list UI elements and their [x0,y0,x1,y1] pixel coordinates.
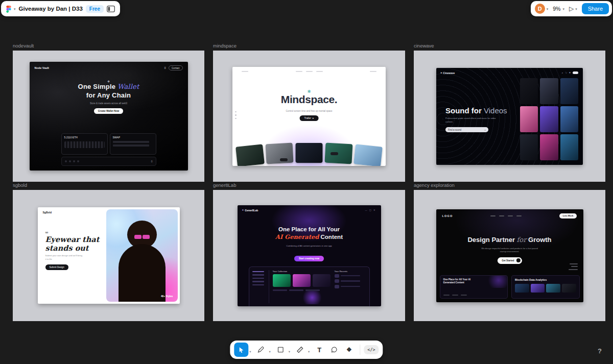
help-button[interactable]: ? [598,347,602,355]
placeholder-bar [341,280,360,282]
dashboard-sidebar [252,270,269,303]
partner-logo-placeholder [452,295,458,296]
zoom-level: 9% [553,6,560,12]
analytics-thumb [515,284,529,293]
chevron-down-icon: ▾ [562,7,564,11]
hero-heading-accent: Videos [484,106,507,115]
hero-heading-line1: One Place for All Your [238,226,381,234]
search-icon: ⌕ [484,129,486,131]
comment-bubble-icon [331,346,338,353]
chevron-down-icon[interactable]: ▾ [308,350,310,354]
site-brand: LOGO [442,214,453,217]
agency-screenshot: LOGO Lets Work Design Partner for Growth… [436,209,583,302]
frame-label-mindspace[interactable]: mindspace [213,43,237,48]
site-navbar: ✦ Gener8Lab — ▢ ✕ [242,209,376,212]
balance-value: 5.2110 ETH [64,136,78,139]
frame-label-sgbold[interactable]: sgbold [13,182,27,188]
frame-mindspace[interactable]: ✻ Mindspace. Control screen time and fre… [213,51,405,182]
frame-label-gener8lab[interactable]: gener8Lab [213,182,236,188]
analytics-thumb [546,284,560,293]
hero-section: ∞ Eyewear that stands out Submit your ow… [45,231,106,270]
footer-links [569,263,578,270]
file-name[interactable]: Giveaway by Dan | D33 [19,6,83,12]
user-avatar[interactable]: D [535,4,545,14]
actions-button[interactable]: ❖ [342,343,356,357]
frame-sgbold[interactable]: SgBold Glasses Store New Release Best Se… [13,190,204,321]
pen-icon [257,346,265,353]
site-title: Mindspace. [232,93,386,106]
recent-thumb [335,285,339,288]
token-amount: 0 [151,160,153,163]
photo-card [235,144,265,166]
actions-toolbar: D ▾ 9% ▾ ▷ ▾ Share [531,1,612,16]
sidebar-item-placeholder [252,271,264,273]
close-icon: ✕ [373,209,376,211]
panels-icon [107,6,115,12]
pagination-dots [235,111,237,119]
frame-agency-exploration[interactable]: LOGO Lets Work Design Partner for Growth… [414,190,605,321]
purple-glow [486,275,508,288]
frame-gener8lab[interactable]: ✦ Gener8Lab — ▢ ✕ One Place for All Your… [213,190,405,321]
hero-subtext: Control screen time and free up mental s… [232,110,386,112]
video-thumb [520,78,538,104]
video-thumb [540,78,558,104]
get-started-button: Get Started [497,257,522,264]
shape-tool-button[interactable] [273,343,288,357]
file-toolbar: ▾ Giveaway by Dan | D33 Free [1,1,120,16]
dev-mode-toggle[interactable]: </> [364,345,379,354]
hero-heading-line2: stands out [45,244,106,252]
toggle-ui-panels-button[interactable] [107,6,115,12]
placeholder-bar [341,286,360,287]
arrow-dot-icon [516,258,521,262]
text-tool-icon: T [317,346,321,354]
chevron-down-icon[interactable]: ▾ [269,350,271,354]
nav-link-placeholder [516,215,522,216]
minimize-icon: — [365,209,368,211]
chevron-down-icon[interactable]: ▾ [289,350,290,354]
frame-label-nodevault[interactable]: nodevault [13,43,34,48]
site-navbar: ▸ Cinewave ⌕ ♡ ≡ [441,71,578,75]
frame-nodevault[interactable]: Node Vault ≡ Contact ◆ One Simple Wallet… [13,51,204,182]
marker-tool-button[interactable] [254,343,268,357]
hero-section: ◆ One Simple Wallet for Any Chain Store … [30,79,188,114]
heart-icon: ♡ [565,71,567,74]
hero-artwork: 40+ Styles [106,209,178,302]
main-menu-button[interactable]: ▾ [5,5,16,13]
recent-thumb [335,274,339,278]
hero-subtext: Store & trade assets across all web3 [30,102,188,105]
video-thumb [540,106,558,132]
frame-label-agency-exploration[interactable]: agency exploration [414,182,455,188]
site-navbar: LOGO Lets Work [442,213,577,219]
slice-tool-button[interactable] [293,343,307,357]
portfolio-cards: One Place for All Your AI Generated Cont… [440,275,580,299]
zoom-menu-button[interactable]: 9% ▾ [553,6,564,12]
token-icon [77,160,79,162]
start-creating-button: Start creating now [294,256,324,261]
hero-subtext: Combining all AI content generators in o… [238,245,381,247]
nav-link-placeholder [296,71,302,72]
swap-label: SWAP [113,136,121,139]
frame-cinewave[interactable]: ▸ Cinewave ⌕ ♡ ≡ Sound for Videos Profes… [414,51,605,182]
account-menu-button[interactable]: D ▾ [535,4,549,14]
hero-heading-accent: AI Generated [275,233,319,240]
present-button[interactable]: ▷ ▾ [569,6,577,12]
share-button[interactable]: Share [582,3,609,14]
move-tool-button[interactable] [234,343,248,357]
tool-dock: ▾ ▾ ▾ ▾ T ❖ </> [230,341,383,359]
hero-heading: Sound for [445,106,484,115]
styles-count-label: 40+ Styles [161,295,173,298]
recents-heading: Your Recents [335,270,366,273]
comment-tool-button[interactable] [327,343,341,357]
label-chip [280,158,288,161]
dashboard-recents: Your Recents [335,270,366,303]
chevron-down-icon[interactable]: ▾ [249,350,251,354]
frame-label-cinewave[interactable]: cinewave [414,43,434,48]
text-tool-button[interactable]: T [312,343,326,357]
figma-canvas[interactable]: ▾ Giveaway by Dan | D33 Free D ▾ 9% ▾ ▷ … [0,0,613,364]
placeholder-bar [113,144,149,147]
purple-blob [300,291,324,304]
analytics-thumb [562,284,576,293]
photo-card [324,142,352,164]
play-icon: ▷ [569,6,574,12]
search-icon: ⌕ [562,71,563,74]
